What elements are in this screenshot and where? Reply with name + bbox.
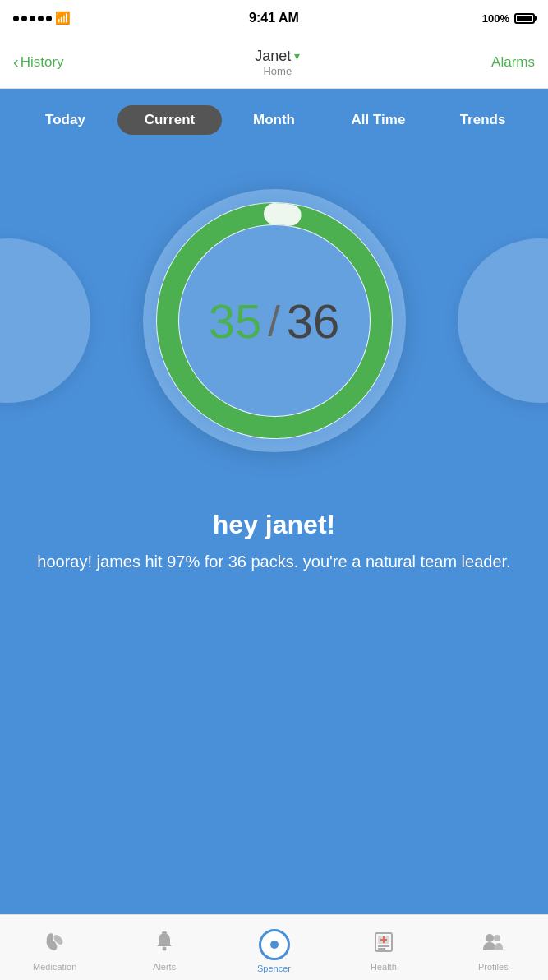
tab-medication[interactable]: Medication [0, 923, 109, 972]
tab-alerts[interactable]: Alerts [109, 923, 219, 972]
svg-point-6 [163, 947, 167, 951]
donut-chart: 35 / 36 [143, 189, 406, 452]
svg-point-13 [494, 935, 500, 941]
spencer-label: Spencer [257, 964, 291, 973]
alerts-icon [153, 930, 176, 959]
wifi-icon: 📶 [55, 11, 71, 25]
chart-area: 35 / 36 [0, 148, 548, 493]
title-chevron-icon: ▾ [294, 49, 300, 62]
count-slash: / [268, 296, 279, 345]
period-tabs: Today Current Month All Time Trends [0, 89, 548, 148]
side-circle-right [458, 238, 548, 403]
status-left: 📶 [13, 11, 71, 25]
status-bar: 📶 9:41 AM 100% [0, 0, 548, 36]
health-label: Health [371, 962, 397, 972]
message-greeting: hey janet! [33, 510, 515, 540]
signal-dots [13, 16, 52, 21]
main-content: Today Current Month All Time Trends [0, 89, 548, 914]
tab-today[interactable]: Today [13, 105, 117, 135]
nav-title[interactable]: Janet ▾ [255, 48, 300, 65]
count-current: 35 [209, 294, 262, 349]
svg-rect-7 [162, 931, 167, 934]
medication-label: Medication [33, 962, 76, 972]
nav-center: Janet ▾ Home [255, 48, 300, 77]
spencer-icon [259, 929, 290, 960]
nav-subtitle: Home [255, 65, 300, 77]
count-total: 36 [287, 294, 340, 349]
spencer-dot [270, 941, 279, 949]
back-label: History [21, 54, 64, 71]
side-circle-left [0, 238, 90, 403]
nav-bar: ‹ History Janet ▾ Home Alarms [0, 36, 548, 89]
tab-trends[interactable]: Trends [431, 105, 535, 135]
status-time: 9:41 AM [249, 11, 299, 25]
bottom-tab-bar: Medication Alerts Spencer Heal [0, 914, 548, 980]
tab-alltime[interactable]: All Time [326, 105, 431, 135]
battery-percentage: 100% [482, 12, 509, 25]
message-body: hooray! james hit 97% for 36 packs. you'… [33, 550, 515, 573]
profiles-label: Profiles [478, 962, 509, 972]
back-button[interactable]: ‹ History [13, 53, 64, 72]
tab-current[interactable]: Current [117, 105, 222, 135]
chart-values: 35 / 36 [209, 294, 339, 349]
medication-icon [44, 930, 67, 959]
tab-health[interactable]: Health [329, 923, 438, 972]
profiles-icon [481, 930, 504, 959]
back-chevron-icon: ‹ [13, 53, 19, 72]
battery-icon [514, 13, 535, 24]
tab-month[interactable]: Month [222, 105, 326, 135]
alarms-button[interactable]: Alarms [491, 54, 535, 71]
svg-point-12 [486, 934, 494, 942]
status-right: 100% [482, 12, 535, 25]
tab-spencer[interactable]: Spencer [219, 922, 329, 973]
message-area: hey janet! hooray! james hit 97% for 36 … [0, 493, 548, 589]
tab-profiles[interactable]: Profiles [439, 923, 548, 972]
health-icon [372, 930, 395, 959]
alerts-label: Alerts [153, 962, 176, 972]
